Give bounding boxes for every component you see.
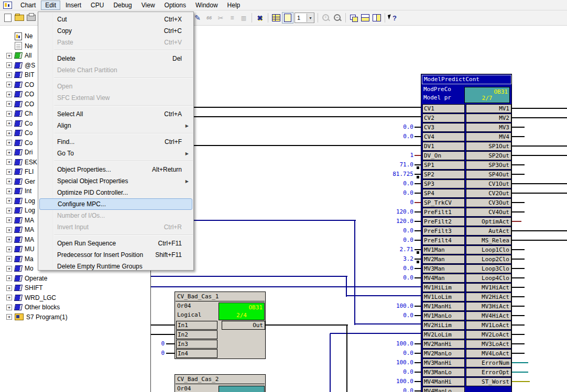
expand-plus-icon[interactable]: + — [6, 130, 12, 136]
mpc-input-mv1manlo[interactable]: MV1ManLo — [422, 311, 465, 320]
menu-item-align[interactable]: Align▶ — [38, 120, 193, 131]
expand-plus-icon[interactable]: + — [6, 159, 12, 165]
mpc-output-mv2hiact[interactable]: MV2HiAct — [466, 293, 511, 301]
mpc-output-mv1hiact[interactable]: MV1HiAct — [466, 283, 511, 292]
menu-item-select-all[interactable]: Select AllCtrl+A — [38, 108, 193, 120]
grid-view-icon-button[interactable] — [270, 12, 282, 24]
mpc-output-mv3[interactable]: MV3 — [466, 123, 511, 132]
mpc-input-sp1[interactable]: SP1 — [422, 161, 465, 170]
mpc-output-mv4[interactable]: MV4 — [466, 132, 511, 141]
expand-plus-icon[interactable]: + — [6, 62, 12, 68]
menu-item-paste[interactable]: PasteCtrl+V — [38, 37, 193, 48]
or-block-1-input-in4[interactable]: In4 — [176, 349, 217, 358]
interconnect-icon-button[interactable]: ✖ — [254, 12, 266, 24]
menu-item-delete-chart-partition[interactable]: Delete Chart Partition — [38, 64, 193, 76]
mpc-input-prefilt2[interactable]: PreFilt2 — [422, 217, 465, 226]
zoom-out-icon-button[interactable]: − — [332, 12, 343, 24]
mpc-input-mv4man[interactable]: MV4Man — [422, 274, 465, 283]
mpc-output-loop4clo[interactable]: Loop4Clo — [466, 274, 511, 283]
menu-item-object-properties[interactable]: Object Properties...Alt+Return — [38, 164, 193, 175]
mpc-input-sp3[interactable]: SP3 — [422, 180, 465, 188]
or-block-1-input-in2[interactable]: In2 — [176, 330, 217, 339]
menubar-item-chart[interactable]: Chart — [16, 1, 40, 10]
mpc-output-loop3clo[interactable]: Loop3Clo — [466, 264, 511, 273]
mpc-output-loop1clo[interactable]: Loop1Clo — [466, 245, 511, 254]
mpc-input-sp2[interactable]: SP2 — [422, 170, 465, 179]
menu-item-find[interactable]: Find...Ctrl+F — [38, 136, 193, 148]
mpc-output-mv1[interactable]: MV1 — [466, 104, 511, 113]
menubar-item-cpu[interactable]: CPU — [86, 1, 108, 10]
mpc-input-prefilt1[interactable]: PreFilt1 — [422, 208, 465, 217]
mpc-input-cv3[interactable]: CV3 — [422, 123, 465, 132]
mpc-input-cv2[interactable]: CV2 — [422, 114, 465, 122]
mark-icon-button[interactable]: ▥ — [238, 12, 249, 24]
chart-window-icon[interactable] — [3, 2, 12, 9]
expand-plus-icon[interactable]: + — [6, 305, 12, 310]
mpc-input-prefilt3[interactable]: PreFilt3 — [422, 227, 465, 236]
mpc-input-sp4[interactable]: SP4 — [422, 189, 465, 198]
menubar-item-window[interactable]: Window — [191, 1, 222, 10]
expand-plus-icon[interactable]: + — [6, 217, 12, 223]
mpc-output-cv1out[interactable]: CV1Out — [466, 180, 511, 188]
expand-plus-icon[interactable]: + — [6, 92, 12, 97]
align-icon-button[interactable]: ≡ — [226, 12, 238, 24]
tree-item-other-blocks[interactable]: +Other blocks — [0, 303, 150, 312]
mpc-output-mv3loact[interactable]: MV3LoAct — [466, 340, 511, 349]
mpc-input-cv1[interactable]: CV1 — [422, 104, 465, 113]
menu-item-predecessor-for-insert-position[interactable]: Predecessor for Insert PositionShift+F11 — [38, 249, 193, 261]
or-block-1-ob-box[interactable]: OB31 2/4 — [219, 303, 265, 320]
menubar-item-options[interactable]: Options — [160, 1, 190, 10]
mpc-input-mv1lolim[interactable]: MV1LoLim — [422, 293, 465, 301]
mpc-input-mv3manhi[interactable]: MV3ManHi — [422, 359, 465, 367]
tree-item-s7-program-1[interactable]: +S7 Program(1) — [0, 312, 150, 322]
expand-plus-icon[interactable]: + — [6, 120, 12, 126]
expand-plus-icon[interactable]: + — [6, 256, 12, 262]
tree-item-operate[interactable]: +Operate — [0, 274, 150, 284]
menu-item-delete[interactable]: DeleteDel — [38, 53, 193, 64]
sheet-number-dropdown[interactable]: 1▼ — [295, 13, 314, 23]
mpc-output-mv2loact[interactable]: MV2LoAct — [466, 330, 511, 339]
mpc-output-mv4hiact[interactable]: MV4HiAct — [466, 311, 511, 320]
cascade-icon-button[interactable] — [348, 12, 359, 24]
mpc-output-optimact[interactable]: OptimAct — [466, 217, 511, 226]
mpc-output-errornum[interactable]: ErrorNum — [466, 359, 511, 367]
mpc-output-loop2clo[interactable]: Loop2Clo — [466, 255, 511, 264]
menubar-item-edit[interactable]: Edit — [41, 1, 60, 10]
mpc-output-st-worst[interactable]: ST_Worst — [466, 377, 511, 386]
expand-plus-icon[interactable]: + — [6, 285, 12, 291]
expand-plus-icon[interactable]: + — [6, 150, 12, 155]
open-icon-button[interactable] — [14, 12, 25, 24]
expand-plus-icon[interactable]: + — [6, 188, 12, 194]
mpc-input-mv1hilim[interactable]: MV1HiLim — [422, 283, 465, 292]
or-block-2-ob-box[interactable] — [219, 386, 265, 392]
or-block-1-output[interactable]: Out — [222, 321, 265, 330]
mpc-ob-box[interactable]: OB31 2/7 — [464, 87, 510, 103]
mpc-input-cv4[interactable]: CV4 — [422, 132, 465, 141]
or-block-1-input-in1[interactable]: In1 — [176, 321, 217, 330]
help-select-icon-button[interactable] — [387, 12, 399, 24]
menu-item-configure-mpc[interactable]: Configure MPC... — [39, 198, 192, 210]
mpc-input-mv1manhi[interactable]: MV1ManHi — [422, 302, 465, 311]
mpc-output-erroropt[interactable]: ErrorOpt — [466, 368, 511, 377]
menubar-item-view[interactable]: View — [137, 1, 159, 10]
dropdown-arrow-icon[interactable]: ▼ — [307, 14, 314, 22]
menu-item-open-run-sequence[interactable]: Open Run SequenceCtrl+F11 — [38, 238, 193, 249]
menubar-item-debug[interactable]: Debug — [109, 1, 136, 10]
menu-item-delete-empty-runtime-groups[interactable]: Delete Empty Runtime Groups — [38, 261, 193, 272]
mpc-input-mv4manlo[interactable]: MV4ManLo — [422, 387, 465, 392]
mpc-output-cv3out[interactable]: CV3Out — [466, 198, 511, 207]
mpc-output-sp2out[interactable]: SP2Out — [466, 151, 511, 160]
expand-plus-icon[interactable]: + — [6, 314, 12, 320]
menu-item-sfc-external-view[interactable]: SFC External View — [38, 92, 193, 104]
tile-horizontal-icon-button[interactable] — [359, 12, 371, 24]
menu-item-special-object-properties[interactable]: Special Object Properties▶ — [38, 175, 193, 187]
expand-plus-icon[interactable]: + — [6, 266, 12, 272]
scissors-icon-button[interactable]: ✂ — [215, 12, 226, 24]
mpc-output-mv2[interactable]: MV2 — [466, 114, 511, 122]
expand-plus-icon[interactable]: + — [6, 111, 12, 117]
menubar-item-help[interactable]: Help — [223, 1, 245, 10]
mpc-input-mv3man[interactable]: MV3Man — [422, 264, 465, 273]
expand-plus-icon[interactable]: + — [6, 247, 12, 252]
tile-vertical-icon-button[interactable] — [371, 12, 383, 24]
menu-item-go-to[interactable]: Go To▶ — [38, 148, 193, 159]
